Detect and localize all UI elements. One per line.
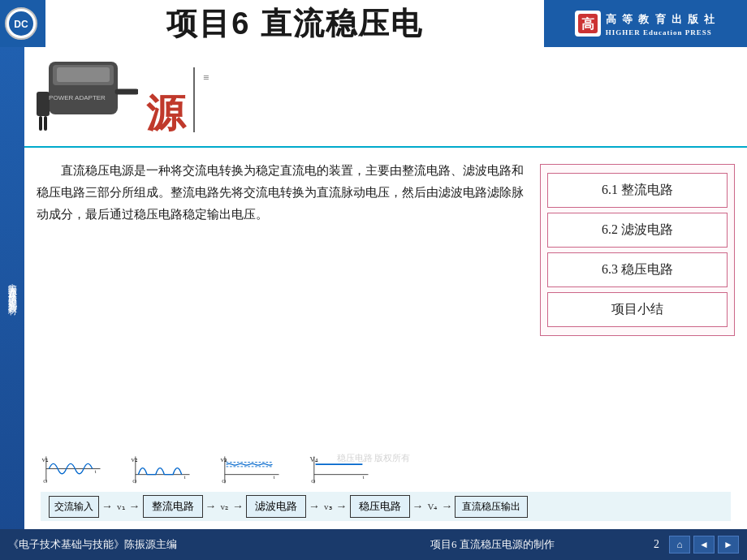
toc-item-1[interactable]: 6.1 整流电路 (547, 173, 728, 208)
block-rectifier: 整流电路 (143, 495, 203, 518)
block-ac-input: 交流输入 (49, 496, 99, 518)
block-filter: 滤波电路 (246, 495, 306, 518)
page-number: 2 (654, 538, 659, 551)
toc-item-summary[interactable]: 项目小结 (547, 292, 728, 327)
svg-text:O: O (43, 478, 47, 485)
top-header: DC 项目6 直流稳压电 高 高 等 教 育 出 版 社 HIGHER Educ… (0, 0, 747, 47)
svg-text:t: t (362, 474, 364, 480)
svg-text:t: t (273, 474, 274, 480)
content-area: POWER ADAPTER 源 ≡ 直流稳压电源是一种将交流电转换为稳定直流电的… (24, 47, 747, 529)
top-section: POWER ADAPTER 源 ≡ (24, 47, 747, 148)
arrow-4: → (230, 500, 246, 513)
arrow-7: → (410, 500, 426, 513)
arrow-2: → (127, 500, 143, 513)
arrow-1: → (99, 500, 115, 513)
arrow-5: → (306, 500, 322, 513)
footer: 《电子技术基础与技能》陈振源主编 项目6 直流稳压电源的制作 2 ⌂ ◄ ► (0, 529, 747, 560)
left-sidebar: 中等教育课程改革国家规划新教材 (0, 47, 24, 529)
svg-text:高: 高 (581, 16, 594, 31)
adapter-image: POWER ADAPTER (32, 55, 138, 136)
publisher-logo: 高 高 等 教 育 出 版 社 HIGHER Education PRESS (575, 11, 717, 37)
toc-box: 6.1 整流电路 6.2 滤波电路 6.3 稳压电路 项目小结 (540, 164, 735, 336)
home-button[interactable]: ⌂ (669, 536, 690, 554)
svg-rect-7 (37, 92, 50, 116)
main-content: 中等教育课程改革国家规划新教材 (0, 47, 747, 529)
toc-item-3[interactable]: 6.3 稳压电路 (547, 252, 728, 287)
svg-rect-8 (39, 116, 42, 131)
title-area: 项目6 直流稳压电 (45, 0, 544, 47)
svg-text:O: O (222, 478, 226, 485)
waveform-row: v₁ O t v₂ (37, 453, 735, 485)
svg-text:O: O (311, 478, 315, 485)
arrow-3: → (203, 500, 219, 513)
title-right-text: ≡ (203, 71, 209, 84)
block-dc-output: 直流稳压输出 (455, 496, 528, 518)
title-separator (193, 67, 195, 132)
pub-icon: 高 (575, 11, 601, 37)
waveform-4: V₄ O t (304, 453, 378, 485)
main-title: 项目6 直流稳压电 (166, 3, 423, 45)
page-container: DC 项目6 直流稳压电 高 高 等 教 育 出 版 社 HIGHER Educ… (0, 0, 747, 560)
svg-text:v₂: v₂ (132, 455, 138, 463)
svg-text:DC: DC (14, 19, 28, 30)
svg-text:t: t (184, 474, 185, 480)
sidebar-text: 中等教育课程改革国家规划新教材 (6, 276, 18, 300)
description-text: 直流稳压电源是一种将交流电转换为稳定直流电的装置，主要由整流电路、滤波电路和稳压… (37, 160, 524, 441)
waveform-2: v₂ O t (126, 453, 199, 485)
publisher-area: 高 高 等 教 育 出 版 社 HIGHER Education PRESS (544, 0, 747, 47)
block-diagram: 交流输入 → v₁ → 整流电路 → v₂ → 滤波电路 → v₃ → 稳压电路… (41, 492, 731, 521)
source-label: 源 (146, 88, 185, 140)
arrow-6: → (334, 500, 350, 513)
toc-item-2[interactable]: 6.2 滤波电路 (547, 213, 728, 248)
logo-area: DC (0, 0, 42, 47)
next-button[interactable]: ► (718, 536, 739, 554)
v3-label: v₃ (322, 502, 334, 512)
footer-book-title: 《电子技术基础与技能》陈振源主编 (8, 537, 331, 552)
v4-label: V₄ (426, 502, 439, 512)
waveform-1: v₁ O t (37, 453, 110, 485)
middle-section: 直流稳压电源是一种将交流电转换为稳定直流电的装置，主要由整流电路、滤波电路和稳压… (24, 148, 747, 449)
publisher-cn: 高 等 教 育 出 版 社 (606, 12, 717, 27)
svg-rect-9 (44, 116, 47, 131)
publisher-en: HIGHER Education PRESS (606, 28, 717, 37)
footer-controls: 2 ⌂ ◄ ► (654, 536, 739, 554)
arrow-8: → (438, 500, 455, 513)
svg-text:v₁: v₁ (42, 455, 49, 463)
v1-label: v₁ (115, 502, 127, 512)
svg-text:O: O (132, 478, 136, 485)
prev-button[interactable]: ◄ (693, 536, 715, 554)
block-regulator: 稳压电路 (350, 495, 410, 518)
dc-logo: DC (5, 7, 37, 40)
waveform-section: v₁ O t v₂ (24, 449, 747, 529)
svg-text:t: t (94, 468, 96, 475)
v2-label: v₂ (219, 502, 231, 512)
svg-rect-6 (57, 67, 110, 82)
footer-project-label: 项目6 直流稳压电源的制作 (331, 537, 654, 552)
waveform-3: v₃ O t (215, 453, 288, 485)
svg-text:POWER ADAPTER: POWER ADAPTER (49, 94, 106, 101)
